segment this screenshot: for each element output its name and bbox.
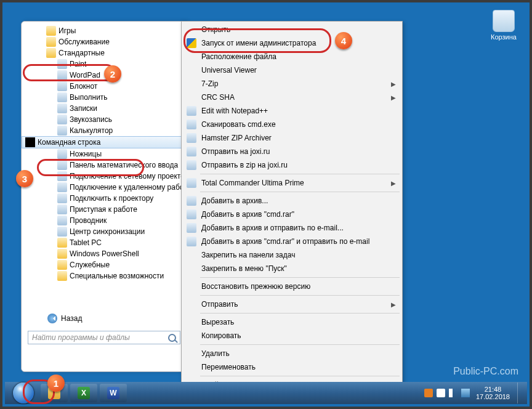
context-menu-item[interactable]: CRC SHA▶ [183,91,401,104]
recycle-bin[interactable]: Корзина [490,10,517,41]
program-item[interactable]: Записки [22,103,187,114]
exe-icon [57,103,67,113]
program-item-label: Специальные возможности [70,272,164,280]
context-menu-item[interactable]: Добавить в архив "cmd.rar" [183,208,401,221]
program-item-label: Звукозапись [70,115,112,124]
tray-network-icon[interactable] [461,389,470,397]
context-menu-item[interactable]: Отправить в zip на joxi.ru [183,158,401,172]
context-menu-item[interactable]: Добавить в архив... [183,194,401,208]
context-menu-separator [200,295,400,296]
folder-icon [57,238,67,248]
context-menu-item[interactable]: Закрепить в меню "Пуск" [183,262,401,275]
program-item-label: Центр синхронизации [70,227,145,236]
folder-icon [57,271,67,281]
program-item-label: Подключить к проектору [70,194,153,203]
context-menu-item[interactable]: Запуск от имени администратора [183,36,401,50]
exe-icon [57,160,67,170]
exe-icon [57,171,67,181]
back-button[interactable]: Назад [22,311,187,326]
program-item[interactable]: Подключить к проектору [22,193,187,204]
program-item-label: Калькулятор [70,126,113,135]
context-menu-item-label: Total Commander Ultima Prime [201,179,304,187]
context-menu-item[interactable]: Edit with Notepad++ [183,104,401,118]
tray-volume-icon[interactable] [449,389,457,397]
submenu-arrow-icon: ▶ [391,81,396,87]
program-item[interactable]: Калькулятор [22,125,187,136]
program-item[interactable]: Tablet PC [22,237,187,248]
context-menu-item[interactable]: Вырезать [183,315,401,329]
context-menu-item[interactable]: Переименовать [183,360,401,374]
exe-icon [57,182,67,192]
tray-flag-icon[interactable] [437,389,445,397]
program-item-label: Подключение к сетевому проектору [70,172,187,180]
program-item-label: Командная строка [38,138,100,147]
context-menu-item[interactable]: Отправить▶ [183,298,401,311]
context-menu-item[interactable]: Удалить [183,347,401,360]
submenu-arrow-icon: ▶ [391,94,396,101]
program-item-label: Блокнот [70,82,97,91]
program-item[interactable]: Windows PowerShell [22,248,187,259]
context-menu-item-label: Universal Viewer [201,66,257,75]
program-item-label: Проводник [70,216,107,225]
desktop: Корзина ИгрыОбслуживаниеСтандартныеPaint… [0,0,532,409]
program-item[interactable]: Командная строка [22,136,187,148]
program-item[interactable]: Подключение к удаленному рабочему [22,182,187,193]
start-button[interactable] [9,382,38,404]
taskbar-app-excel[interactable]: X [70,384,97,402]
context-menu-item-label: Добавить в архив "cmd.rar" [201,210,294,219]
taskbar-app-word[interactable]: W [100,384,127,402]
program-item[interactable]: Служебные [22,259,187,270]
context-menu-item[interactable]: Universal Viewer [183,63,401,77]
exe-icon [57,204,67,214]
tray-icon[interactable] [424,389,433,397]
context-menu-item[interactable]: Восстановить прежнюю версию [183,280,401,293]
program-item[interactable]: Обслуживание [22,36,187,47]
context-menu-item-label: CRC SHA [201,93,235,102]
context-menu-item[interactable]: Total Commander Ultima Prime▶ [183,176,401,190]
program-item[interactable]: Панель математического ввода [22,160,187,171]
program-item[interactable]: Блокнот [22,81,187,92]
context-menu-item[interactable]: Открыть [183,23,401,36]
context-menu-item-label: Закрепить в меню "Пуск" [201,264,287,273]
context-menu-item[interactable]: Добавить в архив "cmd.rar" и отправить п… [183,235,401,248]
context-menu-item[interactable]: Добавить в архив и отправить по e-mail..… [183,221,401,235]
program-item[interactable]: Ножницы [22,148,187,160]
search-input[interactable]: Найти программы и файлы [28,331,180,344]
program-item[interactable]: Проводник [22,215,187,226]
program-item[interactable]: WordPad [22,70,187,81]
context-menu-item-label: 7-Zip [201,79,218,88]
clock-date: 17.02.2018 [476,393,510,400]
back-arrow-icon [47,314,57,323]
program-item[interactable]: Центр синхронизации [22,226,187,237]
context-menu-item-label: Переименовать [201,363,256,371]
exe-icon [57,70,67,80]
context-menu-item[interactable]: Сканировать cmd.exe [183,118,401,131]
program-item[interactable]: Звукозапись [22,114,187,125]
program-item[interactable]: Стандартные [22,47,187,59]
exe-icon [187,133,196,143]
context-menu-item[interactable]: 7-Zip▶ [183,77,401,91]
program-item[interactable]: Приступая к работе [22,204,187,215]
program-item-label: Приступая к работе [70,205,137,214]
context-menu-item[interactable]: Hamster ZIP Archiver [183,131,401,145]
context-menu-item-label: Закрепить на панели задач [201,251,295,259]
taskbar-clock[interactable]: 21:48 17.02.2018 [476,386,510,400]
context-menu-item[interactable]: Копировать [183,329,401,342]
folder-icon [57,260,67,270]
context-menu-separator [200,376,400,376]
program-item[interactable]: Подключение к сетевому проектору [22,171,187,182]
context-menu-item[interactable]: Отправить на joxi.ru [183,145,401,158]
exe-icon [57,115,67,124]
context-menu-item[interactable]: Закрепить на панели задач [183,248,401,262]
taskbar-app-explorer[interactable] [41,384,68,402]
program-item[interactable]: Выполнить [22,92,187,103]
cmd-icon [25,137,35,147]
program-item[interactable]: Специальные возможности [22,270,187,281]
context-menu-item-label: Копировать [201,331,241,340]
program-item[interactable]: Игры [22,25,187,36]
program-item-label: Стандартные [58,49,105,57]
context-menu-item[interactable]: Расположение файла [183,50,401,63]
search-icon [168,334,176,342]
show-desktop-button[interactable] [517,383,523,403]
program-item[interactable]: Paint [22,59,187,70]
